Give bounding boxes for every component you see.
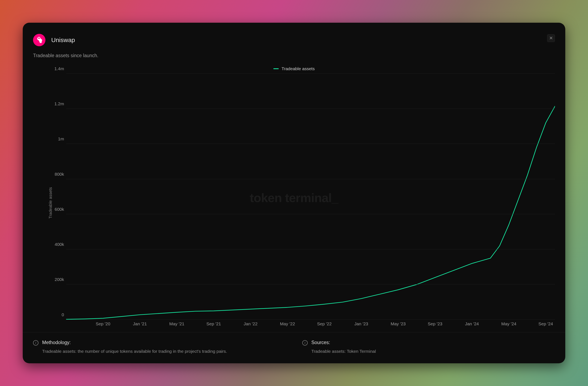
x-tick-label: Sep '21: [206, 321, 221, 326]
plot: Sep '20Jan '21May '21Sep '21Jan '22May '…: [50, 74, 555, 320]
grid-line: [66, 74, 555, 74]
x-tick-label: Jan '23: [354, 321, 368, 326]
y-tick-label: 400k: [49, 242, 64, 247]
grid-line: [66, 214, 555, 214]
project-title: Uniswap: [51, 37, 75, 43]
sources-body: Tradeable assets: Token Terminal: [311, 348, 376, 354]
grid-line: [66, 320, 555, 320]
x-tick-label: May '24: [501, 321, 516, 326]
card-footer: i Methodology: Tradeable assets: the num…: [23, 332, 565, 363]
methodology-title: Methodology:: [42, 340, 227, 345]
y-tick-label: 1.4m: [49, 66, 64, 71]
x-tick-label: Jan '22: [244, 321, 257, 326]
x-tick-label: Sep '20: [96, 321, 110, 326]
legend-swatch: [273, 68, 279, 69]
y-tick-label: 800k: [49, 172, 64, 177]
x-tick-label: Sep '22: [317, 321, 332, 326]
x-tick-label: Jan '21: [133, 321, 147, 326]
grid-line: [66, 284, 555, 285]
close-button[interactable]: ✕: [547, 34, 555, 42]
x-axis-ticks: Sep '20Jan '21May '21Sep '21Jan '22May '…: [66, 321, 555, 328]
x-tick-label: Sep '24: [538, 321, 553, 326]
info-icon: i: [33, 340, 39, 346]
chart-legend: Tradeable assets: [33, 66, 555, 71]
y-tick-label: 600k: [49, 207, 64, 212]
card-subtitle: Tradeable assets since launch.: [33, 53, 555, 58]
methodology-section: i Methodology: Tradeable assets: the num…: [33, 340, 286, 354]
chart-area: Tradeable assets token terminal_ Sep '20…: [33, 74, 555, 332]
x-tick-label: May '21: [169, 321, 184, 326]
grid-line: [66, 144, 555, 144]
methodology-body: Tradeable assets: the number of unique t…: [42, 348, 227, 354]
x-tick-label: Jan '24: [465, 321, 479, 326]
y-tick-label: 0: [49, 312, 64, 317]
uniswap-icon: [35, 36, 43, 44]
legend-label: Tradeable assets: [282, 66, 315, 71]
chart-card: Uniswap ✕ Tradeable assets since launch.…: [23, 23, 565, 363]
x-tick-label: May '22: [280, 321, 295, 326]
sources-section: i Sources: Tradeable assets: Token Termi…: [302, 340, 555, 354]
project-logo: [33, 34, 45, 46]
y-tick-label: 200k: [49, 277, 64, 282]
line-chart-svg: [66, 74, 555, 320]
card-header: Uniswap ✕: [33, 34, 555, 46]
grid-line: [66, 249, 555, 249]
y-tick-label: 1.2m: [49, 101, 64, 106]
info-icon: i: [302, 340, 308, 346]
x-tick-label: May '23: [391, 321, 406, 326]
grid-line: [66, 179, 555, 179]
close-icon: ✕: [549, 36, 553, 41]
sources-title: Sources:: [311, 340, 376, 345]
grid-line: [66, 109, 555, 109]
y-tick-label: 1m: [49, 136, 64, 141]
series-line: [66, 106, 555, 319]
x-tick-label: Sep '23: [428, 321, 442, 326]
